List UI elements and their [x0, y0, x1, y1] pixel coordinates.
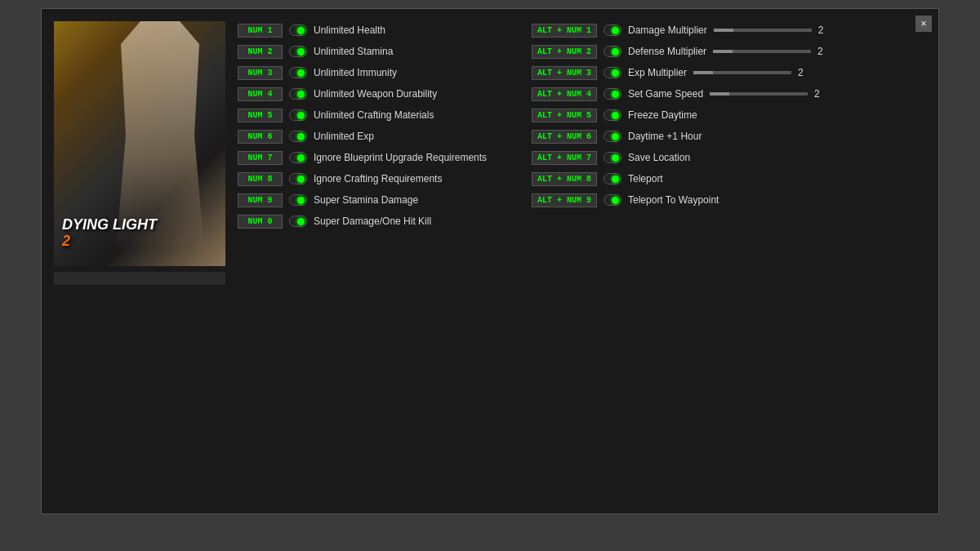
- key-badge[interactable]: NUM 1: [238, 24, 283, 38]
- cheat-row: ALT + NUM 6 Daytime +1 Hour: [532, 127, 842, 145]
- toggle-indicator[interactable]: [289, 152, 307, 163]
- toggle-indicator[interactable]: [604, 88, 621, 100]
- key-badge[interactable]: NUM 9: [238, 193, 283, 207]
- toggle-indicator[interactable]: [604, 131, 621, 142]
- toggle-indicator[interactable]: [604, 46, 621, 57]
- key-badge[interactable]: NUM 5: [238, 109, 283, 122]
- slider-track[interactable]: [714, 29, 812, 32]
- cheat-label: Ignore Crafting Requirements: [314, 173, 442, 184]
- slider-fill: [693, 71, 713, 74]
- cheat-label: Save Location: [628, 152, 690, 163]
- slider-value: 2: [814, 88, 826, 100]
- toggle-indicator[interactable]: [289, 88, 307, 100]
- cheat-row: NUM 3 Unlimited Immunity: [238, 64, 499, 82]
- toggle-indicator[interactable]: [289, 216, 307, 227]
- cheat-label: Ignore Blueprint Upgrade Requirements: [314, 152, 487, 163]
- cheat-row: ALT + NUM 7 Save Location: [532, 149, 842, 167]
- trainer-label: [54, 272, 225, 285]
- cheat-label: Defense Multiplier: [628, 46, 706, 57]
- cheat-label: Unlimited Immunity: [314, 67, 397, 78]
- cheat-label: Unlimited Weapon Durability: [314, 88, 437, 100]
- key-badge[interactable]: NUM 2: [238, 45, 283, 59]
- toggle-indicator[interactable]: [289, 194, 307, 206]
- key-badge-alt[interactable]: ALT + NUM 6: [532, 130, 597, 144]
- cheat-row: ALT + NUM 3 Exp Multiplier 2: [532, 64, 842, 82]
- cheat-row: NUM 6 Unlimited Exp: [238, 127, 499, 145]
- cheat-label: Unlimited Health: [314, 24, 385, 36]
- toggle-indicator[interactable]: [604, 109, 621, 121]
- cheat-row: ALT + NUM 8 Teleport: [532, 170, 842, 188]
- cheat-row: NUM 2 Unlimited Stamina: [238, 42, 499, 60]
- key-badge[interactable]: NUM 7: [238, 151, 283, 165]
- slider-track[interactable]: [693, 71, 791, 74]
- cheat-label: Exp Multiplier: [628, 67, 687, 78]
- toggle-indicator[interactable]: [289, 24, 307, 36]
- key-badge[interactable]: NUM 0: [238, 215, 283, 229]
- slider-track[interactable]: [710, 92, 808, 96]
- toggle-indicator[interactable]: [604, 194, 621, 206]
- cheat-row: ALT + NUM 5 Freeze Daytime: [532, 106, 842, 124]
- key-badge[interactable]: NUM 4: [238, 87, 283, 101]
- cheat-row: NUM 1 Unlimited Health: [238, 21, 499, 39]
- slider-value: 2: [817, 46, 830, 57]
- toggle-indicator[interactable]: [289, 67, 307, 78]
- cheat-label: Damage Multiplier: [628, 24, 707, 36]
- cheat-label: Freeze Daytime: [628, 109, 697, 121]
- cheat-row: ALT + NUM 9 Teleport To Waypoint: [532, 191, 842, 209]
- slider-fill: [710, 92, 729, 96]
- cheat-row: NUM 4 Unlimited Weapon Durability: [238, 85, 499, 103]
- key-badge-alt[interactable]: ALT + NUM 3: [532, 66, 597, 80]
- cheat-row: ALT + NUM 4 Set Game Speed 2: [532, 85, 842, 103]
- cheat-label: Daytime +1 Hour: [628, 131, 702, 142]
- cover-figure: [111, 21, 209, 250]
- cheat-label: Set Game Speed: [628, 88, 703, 100]
- toggle-indicator[interactable]: [604, 24, 621, 36]
- slider-fill: [713, 50, 733, 53]
- key-badge-alt[interactable]: ALT + NUM 8: [532, 172, 597, 186]
- cheat-row: NUM 8 Ignore Crafting Requirements: [238, 170, 499, 188]
- slider-track[interactable]: [713, 50, 811, 53]
- cheat-label: Super Stamina Damage: [314, 194, 418, 206]
- main-window: × DYING LIGHT2 NUM 1 Unlimited Health NU…: [41, 8, 939, 514]
- cheat-label: Unlimited Stamina: [314, 46, 393, 57]
- cheat-row: NUM 9 Super Stamina Damage: [238, 191, 499, 209]
- key-badge-alt[interactable]: ALT + NUM 2: [532, 45, 597, 59]
- cheat-row: NUM 5 Unlimited Crafting Materials: [238, 106, 499, 124]
- toggle-indicator[interactable]: [289, 173, 307, 184]
- cheat-label: Teleport: [628, 173, 663, 184]
- right-cheat-list: ALT + NUM 1 Damage Multiplier 2 ALT + NU…: [532, 21, 842, 501]
- cheat-row: NUM 7 Ignore Blueprint Upgrade Requireme…: [238, 149, 499, 167]
- toggle-indicator[interactable]: [604, 173, 621, 184]
- key-badge[interactable]: NUM 8: [238, 172, 283, 186]
- key-badge-alt[interactable]: ALT + NUM 4: [532, 87, 597, 101]
- content-area: NUM 1 Unlimited Health NUM 2 Unlimited S…: [238, 21, 926, 501]
- close-button[interactable]: ×: [915, 16, 932, 32]
- toggle-indicator[interactable]: [289, 131, 307, 142]
- left-cheat-list: NUM 1 Unlimited Health NUM 2 Unlimited S…: [238, 21, 499, 501]
- key-badge-alt[interactable]: ALT + NUM 5: [532, 109, 597, 122]
- key-badge-alt[interactable]: ALT + NUM 9: [532, 193, 597, 207]
- key-badge-alt[interactable]: ALT + NUM 1: [532, 24, 597, 38]
- cheat-label: Unlimited Crafting Materials: [314, 109, 434, 121]
- cheat-row: ALT + NUM 2 Defense Multiplier 2: [532, 42, 842, 60]
- cheat-label: Teleport To Waypoint: [628, 194, 719, 206]
- toggle-indicator[interactable]: [289, 109, 307, 121]
- toggle-indicator[interactable]: [604, 67, 621, 78]
- cheat-label: Super Damage/One Hit Kill: [314, 216, 431, 227]
- key-badge[interactable]: NUM 6: [238, 130, 283, 144]
- slider-value: 2: [798, 67, 810, 78]
- toggle-indicator[interactable]: [289, 46, 307, 57]
- cheat-row: NUM 0 Super Damage/One Hit Kill: [238, 212, 499, 230]
- key-badge[interactable]: NUM 3: [238, 66, 283, 80]
- cheat-label: Unlimited Exp: [314, 131, 374, 142]
- cover-title: DYING LIGHT2: [62, 217, 157, 250]
- key-badge-alt[interactable]: ALT + NUM 7: [532, 151, 597, 165]
- game-cover: DYING LIGHT2: [54, 21, 225, 266]
- slider-value: 2: [818, 24, 831, 36]
- slider-fill: [714, 29, 733, 32]
- toggle-indicator[interactable]: [604, 152, 621, 163]
- cheat-row: ALT + NUM 1 Damage Multiplier 2: [532, 21, 842, 39]
